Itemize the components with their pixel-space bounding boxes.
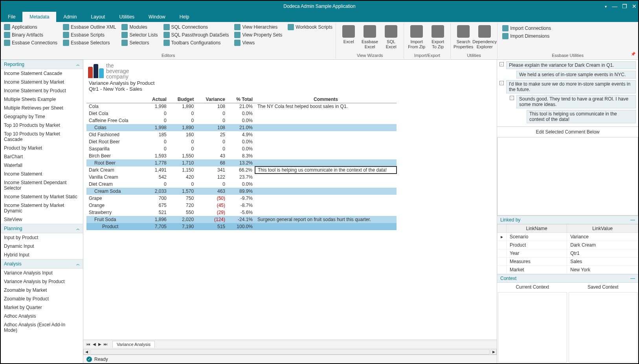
ribbon-item[interactable]: Modules bbox=[121, 24, 158, 31]
cell-comment[interactable]: The NY Cola fest helped boost sales in Q… bbox=[255, 103, 397, 110]
cell-comment[interactable] bbox=[255, 223, 397, 230]
ribbon-item[interactable]: SQL Passthrough DataSets bbox=[163, 31, 230, 38]
edit-comment-box[interactable] bbox=[497, 137, 638, 216]
sheet-tab[interactable]: Variance Analysis bbox=[112, 341, 155, 348]
ribbon-item[interactable]: Toolbars Configurations bbox=[163, 39, 230, 46]
menu-metadata[interactable]: Metadata bbox=[22, 12, 56, 22]
cell-comment[interactable] bbox=[255, 181, 397, 188]
context-current-box[interactable] bbox=[498, 292, 567, 362]
sidebar-item[interactable]: SiteView bbox=[1, 215, 83, 224]
sidebar-item[interactable]: Income Statement by Market Dynamic bbox=[1, 201, 83, 215]
sidebar-item[interactable]: Top 10 Products by Market bbox=[1, 121, 83, 130]
hscroll-left-icon[interactable]: ◀ bbox=[83, 349, 90, 355]
ribbon-item[interactable]: SQL Connections bbox=[163, 24, 230, 31]
close-icon[interactable]: ✕ bbox=[632, 3, 637, 9]
sidebar-item[interactable]: Multiple Sheets Example bbox=[1, 95, 83, 104]
cell-comment[interactable] bbox=[255, 138, 397, 145]
cell-comment[interactable] bbox=[255, 124, 397, 131]
sidebar-item[interactable]: Variance Analysis by Product bbox=[1, 277, 83, 286]
linked-row[interactable]: ▸ScenarioVariance bbox=[498, 233, 638, 241]
ribbon-item[interactable]: Essbase Scripts bbox=[62, 31, 117, 38]
ribbon-pin-icon[interactable]: 📌 bbox=[631, 52, 635, 56]
sidebar-item[interactable]: Top 10 Products by Market Cascade bbox=[1, 130, 83, 144]
sidebar-item[interactable]: Dynamic Input bbox=[1, 242, 83, 251]
ribbon-item[interactable]: View Property Sets bbox=[233, 31, 283, 38]
cell-comment[interactable] bbox=[255, 202, 397, 209]
sidebar-item[interactable]: Income Statement bbox=[1, 170, 83, 178]
sidebar-item[interactable]: Income Statement Cascade bbox=[1, 69, 83, 78]
sidebar-item[interactable]: Input by Product bbox=[1, 233, 83, 242]
linked-by-collapse-icon[interactable]: — bbox=[630, 217, 635, 223]
hscroll-right-icon[interactable]: ▶ bbox=[490, 349, 497, 355]
thread-text[interactable]: Sounds good. They tend to have a great R… bbox=[516, 95, 636, 108]
sidebar-item[interactable]: Zoomable by Market bbox=[1, 286, 83, 294]
ribbon-large-item[interactable]: ExportTo Zip bbox=[428, 24, 448, 52]
thread-text[interactable]: We held a series of in-store sample even… bbox=[516, 71, 636, 79]
menu-utilities[interactable]: Utilities bbox=[112, 12, 141, 22]
sidebar-item[interactable]: Waterfall bbox=[1, 161, 83, 170]
ribbon-item[interactable]: Essbase Selectors bbox=[62, 39, 117, 46]
cell-comment[interactable] bbox=[255, 195, 397, 202]
cell-comment[interactable] bbox=[255, 152, 397, 159]
linked-row[interactable]: MeasuresSales bbox=[498, 258, 638, 266]
cell-comment[interactable]: Surgeon general report on fruit sodas hu… bbox=[255, 216, 397, 223]
linked-row[interactable]: ProductDark Cream bbox=[498, 241, 638, 249]
sidebar-item[interactable]: Market by Quarter bbox=[1, 303, 83, 312]
ribbon-item[interactable]: Applications bbox=[3, 24, 58, 31]
sidebar-item[interactable]: Income Statement by Market bbox=[1, 78, 83, 86]
sidebar-item[interactable]: Income Statement by Market Static bbox=[1, 192, 83, 201]
menu-layout[interactable]: Layout bbox=[84, 12, 112, 22]
ribbon-item[interactable]: Views bbox=[233, 39, 283, 46]
minimize-icon[interactable]: — bbox=[612, 3, 617, 9]
ribbon-large-item[interactable]: DependencyExplorer bbox=[474, 24, 495, 52]
linked-row[interactable]: YearQtr1 bbox=[498, 249, 638, 258]
sidebar-item[interactable]: Product by Market bbox=[1, 144, 83, 152]
sidebar-section[interactable]: Analysis︽ bbox=[1, 259, 83, 269]
sidebar-item[interactable]: Income Statement by Product bbox=[1, 86, 83, 95]
sidebar-item[interactable]: Adhoc Analysis (Excel Add-In Mode) bbox=[1, 320, 83, 335]
sidebar-item[interactable]: Income Statement Dependant Selector bbox=[1, 178, 83, 192]
context-saved-box[interactable] bbox=[569, 292, 638, 362]
sheet-nav-next-icon[interactable]: ▶ bbox=[97, 342, 102, 346]
sheet-nav-first-icon[interactable]: ⏮ bbox=[86, 342, 91, 346]
sidebar-item[interactable]: Adhoc Analysis bbox=[1, 312, 83, 320]
thread-toggle-icon[interactable]: - bbox=[499, 81, 504, 85]
ribbon-item[interactable]: Selectors bbox=[121, 39, 158, 46]
menu-admin[interactable]: Admin bbox=[56, 12, 84, 22]
ribbon-item[interactable]: Selector Lists bbox=[121, 31, 158, 38]
menu-window[interactable]: Window bbox=[141, 12, 173, 22]
titlebar-dropdown-icon[interactable]: ▾ bbox=[605, 4, 607, 9]
ribbon-item[interactable]: Essbase Connections bbox=[3, 39, 58, 46]
linked-row[interactable]: MarketNew York bbox=[498, 266, 638, 274]
ribbon-large-item[interactable]: EssbaseExcel bbox=[360, 24, 380, 52]
ribbon-item[interactable]: Import Dimensions bbox=[502, 33, 633, 39]
ribbon-item[interactable]: Workbook Scripts bbox=[287, 24, 333, 31]
menu-help[interactable]: Help bbox=[173, 12, 196, 22]
sidebar-item[interactable]: Geography by Time bbox=[1, 112, 83, 121]
cell-comment[interactable] bbox=[255, 188, 397, 195]
cell-comment[interactable] bbox=[255, 159, 397, 166]
thread-toggle-icon[interactable]: - bbox=[499, 62, 504, 66]
thread-toggle-icon[interactable]: - bbox=[510, 96, 514, 100]
sidebar-item[interactable]: Multiple Retrieves per Sheet bbox=[1, 104, 83, 112]
restore-icon[interactable]: ❐ bbox=[622, 3, 627, 9]
ribbon-large-item[interactable]: SQLExcel bbox=[381, 24, 401, 52]
sidebar-item[interactable]: BarChart bbox=[1, 152, 83, 161]
sidebar-item[interactable]: Variance Analysis Input bbox=[1, 269, 83, 277]
menu-file[interactable]: File bbox=[1, 12, 22, 22]
ribbon-large-item[interactable]: Excel bbox=[338, 24, 359, 52]
ribbon-item[interactable]: Binary Artifacts bbox=[3, 31, 58, 38]
ribbon-item[interactable]: View Hierarchies bbox=[233, 24, 283, 31]
ribbon-large-item[interactable]: ImportFrom Zip bbox=[406, 24, 427, 52]
sidebar-item[interactable]: Hybrid Input bbox=[1, 251, 83, 259]
sidebar-section[interactable]: Reporting︽ bbox=[1, 60, 83, 69]
cell-comment[interactable] bbox=[255, 174, 397, 181]
hscroll-track[interactable] bbox=[90, 349, 490, 355]
thread-text[interactable]: This tool is helping us communicate in t… bbox=[527, 110, 636, 123]
sidebar-section[interactable]: Planning︽ bbox=[1, 224, 83, 233]
thread-text[interactable]: I'd like to make sure we do more in-stor… bbox=[506, 80, 636, 93]
cell-comment[interactable]: This tool is helping us communicate in t… bbox=[255, 166, 397, 174]
ribbon-large-item[interactable]: SearchProperties bbox=[453, 24, 474, 52]
cell-comment[interactable] bbox=[255, 117, 397, 124]
context-collapse-icon[interactable]: — bbox=[630, 276, 635, 281]
